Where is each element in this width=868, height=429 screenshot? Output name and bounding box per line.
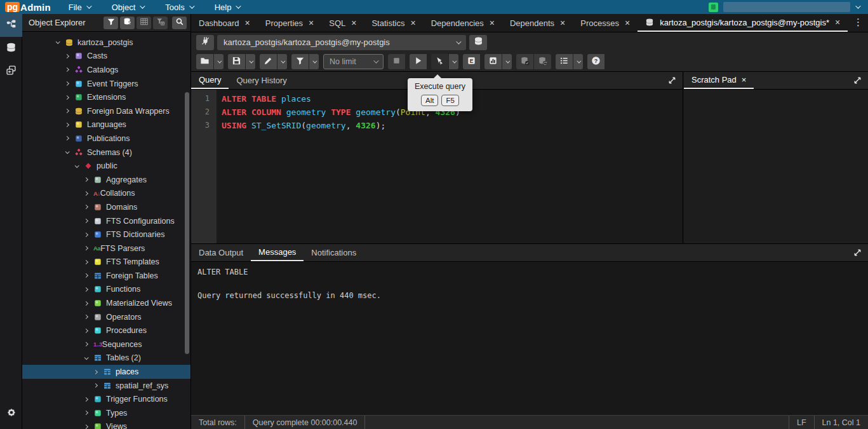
expand-chevron-icon[interactable] <box>84 329 88 333</box>
grid-button[interactable] <box>137 17 151 29</box>
collapse-chevron-icon[interactable] <box>75 163 79 168</box>
tree-item-procedures[interactable]: Procedures <box>22 323 191 337</box>
close-tab-icon[interactable]: × <box>351 18 356 27</box>
tree-item-event-triggers[interactable]: Event Triggers <box>22 77 191 91</box>
tree-item-operators[interactable]: Operators <box>22 310 191 324</box>
row-limit-select[interactable]: No limit <box>323 54 384 69</box>
menu-help[interactable]: Help <box>215 3 240 12</box>
explain-dropdown[interactable] <box>502 54 512 69</box>
object-explorer-rail-button[interactable] <box>0 14 22 37</box>
expand-chevron-icon[interactable] <box>93 370 98 374</box>
help-button[interactable]: ? <box>587 54 604 69</box>
close-tab-icon[interactable]: × <box>245 18 250 27</box>
expand-chevron-icon[interactable] <box>65 67 69 72</box>
new-connection-button[interactable] <box>469 35 487 50</box>
close-tab-icon[interactable]: × <box>490 18 495 27</box>
filter-grid-button[interactable] <box>153 17 168 29</box>
tree-item-foreign-tables[interactable]: Foreign Tables <box>22 269 191 283</box>
expand-chevron-icon[interactable] <box>65 54 69 58</box>
tree-item-fts-templates[interactable]: FTS Templates <box>22 255 191 269</box>
expand-chevron-icon[interactable] <box>84 233 88 237</box>
edit-dropdown[interactable] <box>277 54 287 69</box>
tree-item-fts-dictionaries[interactable]: FTS Dictionaries <box>22 228 191 242</box>
stop-button[interactable] <box>388 54 405 69</box>
tree-item-fts-configurations[interactable]: FTS Configurations <box>22 214 191 228</box>
expand-chevron-icon[interactable] <box>65 109 69 113</box>
filter-dropdown[interactable] <box>309 54 319 69</box>
menu-file[interactable]: File <box>69 3 90 12</box>
explain-analyze-button[interactable] <box>484 54 502 69</box>
expand-chevron-icon[interactable] <box>65 95 69 100</box>
expand-chevron-icon[interactable] <box>84 219 88 223</box>
tree-item-schemas-4[interactable]: Schemas (4) <box>22 146 191 160</box>
tree-item-materialized-views[interactable]: Materialized Views <box>22 296 191 310</box>
tree-item-tables-2[interactable]: Tables (2) <box>22 351 191 365</box>
expand-chevron-icon[interactable] <box>84 301 88 306</box>
tree-item-trigger-functions[interactable]: Trigger Functions <box>22 392 191 406</box>
close-tab-icon[interactable]: × <box>309 18 314 27</box>
expand-chevron-icon[interactable] <box>84 287 88 292</box>
tree-item-casts[interactable]: Casts <box>22 50 191 64</box>
expand-chevron-icon[interactable] <box>84 191 88 196</box>
tab-dependencies[interactable]: Dependencies× <box>424 14 502 32</box>
tab-overflow-kebab-icon[interactable]: ⋮ <box>853 17 863 28</box>
tree-item-spatial-ref-sys[interactable]: spatial_ref_sys <box>22 379 191 393</box>
close-tab-icon[interactable]: × <box>560 18 565 27</box>
menu-object[interactable]: Object <box>112 3 144 12</box>
expand-editor-icon[interactable] <box>667 76 677 88</box>
tab-sql[interactable]: SQL× <box>321 14 364 32</box>
menu-tools[interactable]: Tools <box>165 3 192 12</box>
tab-dependents[interactable]: Dependents× <box>502 14 573 32</box>
sidebar-scrollbar[interactable] <box>185 92 189 354</box>
search-button[interactable] <box>172 17 187 29</box>
tab-query[interactable]: Query <box>191 72 229 89</box>
query-tool-rail-button[interactable] <box>0 37 22 60</box>
macros-button[interactable] <box>556 54 573 69</box>
tree-item-sequences[interactable]: 1..3Sequences <box>22 337 191 351</box>
connection-select[interactable]: kartoza_postgis/kartoza_postgis@my-postg… <box>217 35 466 50</box>
collapse-chevron-icon[interactable] <box>56 40 60 44</box>
tree-item-publications[interactable]: Publications <box>22 132 191 146</box>
panels-rail-button[interactable] <box>0 60 22 83</box>
expand-chevron-icon[interactable] <box>84 411 88 415</box>
expand-chevron-icon[interactable] <box>84 246 88 250</box>
edit-button[interactable] <box>260 54 277 69</box>
filter-button[interactable] <box>103 17 118 29</box>
scratch-pad-body[interactable] <box>684 90 868 243</box>
tab-data-output[interactable]: Data Output <box>191 244 251 261</box>
filter-button[interactable] <box>291 54 309 69</box>
expand-chevron-icon[interactable] <box>84 273 88 278</box>
connection-toggle-button[interactable] <box>196 35 214 50</box>
settings-rail-button[interactable] <box>0 402 22 425</box>
tree-item-catalogs[interactable]: Catalogs <box>22 63 191 77</box>
expand-chevron-icon[interactable] <box>84 397 88 402</box>
expand-chevron-icon[interactable] <box>65 81 69 86</box>
execute-options-dropdown[interactable] <box>449 54 458 69</box>
expand-chevron-icon[interactable] <box>84 342 88 346</box>
expand-scratch-pad-icon[interactable] <box>853 76 862 88</box>
tree-item-languages[interactable]: Languages <box>22 118 191 132</box>
expand-chevron-icon[interactable] <box>84 177 88 182</box>
close-scratch-pad-icon[interactable]: × <box>742 75 747 85</box>
sql-editor[interactable]: 123 ALTER TABLE placesALTER COLUMN geome… <box>191 90 683 243</box>
expand-chevron-icon[interactable] <box>65 136 69 140</box>
close-tab-icon[interactable]: × <box>410 18 415 27</box>
collapse-chevron-icon[interactable] <box>84 355 89 360</box>
macros-dropdown[interactable] <box>573 54 583 69</box>
tree-item-public[interactable]: public <box>22 159 191 173</box>
commit-button[interactable] <box>516 54 533 69</box>
expand-results-icon[interactable] <box>853 248 862 260</box>
tree-item-domains[interactable]: Domains <box>22 200 191 214</box>
tree-item-extensions[interactable]: Extensions <box>22 90 191 104</box>
close-tab-icon[interactable]: × <box>625 18 630 27</box>
open-file-button[interactable] <box>196 54 213 69</box>
tree-item-fts-parsers[interactable]: AaFTS Parsers <box>22 242 191 255</box>
save-dropdown[interactable] <box>246 54 255 69</box>
user-menu[interactable] <box>709 2 859 12</box>
tree-item-types[interactable]: Types <box>22 406 191 420</box>
execute-options-button[interactable] <box>431 54 448 69</box>
rollback-button[interactable] <box>534 54 551 69</box>
filter-db-button[interactable] <box>120 17 135 29</box>
tree-item-kartoza-postgis[interactable]: kartoza_postgis <box>22 36 191 50</box>
collapse-chevron-icon[interactable] <box>65 149 70 154</box>
